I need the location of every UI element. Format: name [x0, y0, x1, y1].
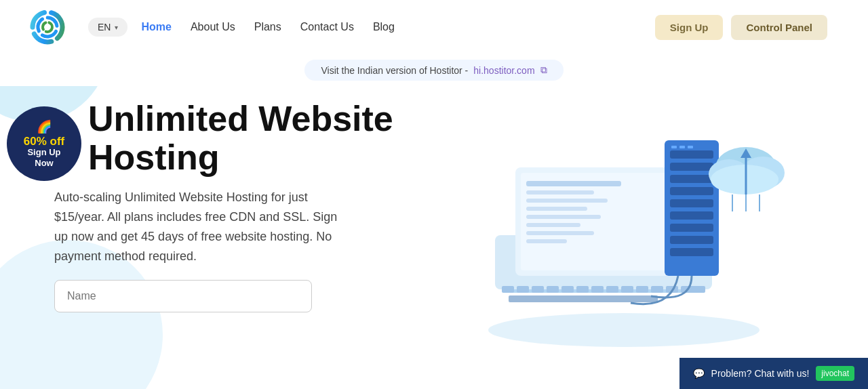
svg-rect-13 [526, 223, 580, 227]
rainbow-icon: 🌈 [37, 119, 52, 134]
svg-rect-16 [502, 286, 514, 293]
banner-text: Visit the Indian version of Hostitor - [321, 65, 468, 76]
language-selector[interactable]: EN ▾ [88, 18, 127, 37]
svg-rect-15 [526, 239, 567, 243]
svg-rect-12 [526, 215, 601, 219]
server-illustration [461, 100, 787, 357]
svg-rect-17 [517, 286, 529, 293]
signup-button[interactable]: Sign Up [655, 15, 724, 40]
svg-rect-23 [606, 286, 618, 293]
svg-rect-21 [576, 286, 589, 293]
logo[interactable] [27, 7, 68, 47]
svg-rect-19 [547, 286, 559, 293]
svg-rect-34 [670, 187, 713, 195]
svg-point-3 [488, 313, 760, 347]
nav-about[interactable]: About Us [191, 21, 235, 33]
svg-rect-39 [670, 248, 713, 256]
nav-actions: Sign Up Control Panel [655, 15, 827, 40]
svg-rect-35 [670, 199, 713, 207]
svg-point-2 [42, 22, 53, 33]
badge-percent-text: 60% off [24, 136, 64, 147]
chat-icon: 💬 [693, 368, 705, 379]
language-label: EN [98, 22, 111, 33]
svg-rect-18 [532, 286, 544, 293]
chat-widget[interactable]: 💬 Problem? Chat with us! jivochat [679, 358, 868, 389]
nav-plans[interactable]: Plans [254, 21, 281, 33]
badge-signup-text: Sign Up [27, 147, 60, 158]
banner-pill: Visit the Indian version of Hostitor - h… [304, 60, 563, 81]
svg-rect-22 [591, 286, 604, 293]
hero-title: Unlimited Website Hosting [88, 100, 393, 177]
svg-rect-29 [509, 295, 658, 302]
chevron-down-icon: ▾ [115, 24, 118, 31]
banner-bar: Visit the Indian version of Hostitor - h… [0, 54, 868, 86]
svg-rect-14 [526, 231, 594, 235]
discount-badge[interactable]: 🌈 60% off Sign Up Now [7, 106, 81, 181]
main-content: 🌈 60% off Sign Up Now Unlimited Website … [0, 86, 868, 380]
svg-rect-37 [670, 224, 713, 232]
svg-rect-36 [670, 211, 713, 220]
nav-home[interactable]: Home [141, 21, 171, 33]
svg-rect-33 [670, 175, 713, 183]
nav-contact[interactable]: Contact Us [300, 21, 354, 33]
chat-brand: jivochat [816, 366, 854, 381]
hero-illustration [420, 100, 827, 357]
svg-rect-32 [670, 163, 713, 171]
svg-rect-24 [621, 286, 633, 293]
banner-link[interactable]: hi.hostitor.com [473, 65, 534, 76]
control-panel-button[interactable]: Control Panel [731, 15, 827, 40]
svg-rect-20 [561, 286, 574, 293]
svg-rect-10 [526, 199, 608, 203]
svg-rect-41 [679, 146, 685, 148]
svg-point-0 [27, 7, 68, 47]
hero-section: 🌈 60% off Sign Up Now Unlimited Website … [54, 100, 393, 312]
svg-rect-25 [636, 286, 648, 293]
name-input[interactable] [54, 280, 312, 312]
chat-text: Problem? Chat with us! [711, 368, 810, 379]
svg-rect-9 [526, 190, 594, 194]
svg-point-46 [711, 165, 778, 194]
external-link-icon: ⧉ [540, 64, 547, 76]
badge-now-text: Now [35, 158, 53, 168]
svg-rect-31 [670, 150, 713, 159]
svg-rect-40 [671, 146, 677, 148]
hero-description: Auto-scaling Unlimited Website Hosting f… [54, 188, 339, 266]
svg-rect-11 [526, 207, 587, 211]
logo-icon [27, 7, 68, 47]
main-nav: Home About Us Plans Contact Us Blog [141, 21, 648, 33]
svg-rect-8 [526, 181, 621, 186]
svg-rect-42 [688, 146, 693, 148]
nav-blog[interactable]: Blog [373, 21, 395, 33]
svg-rect-38 [670, 236, 713, 244]
svg-rect-26 [651, 286, 663, 293]
navbar: EN ▾ Home About Us Plans Contact Us Blog… [0, 0, 868, 54]
